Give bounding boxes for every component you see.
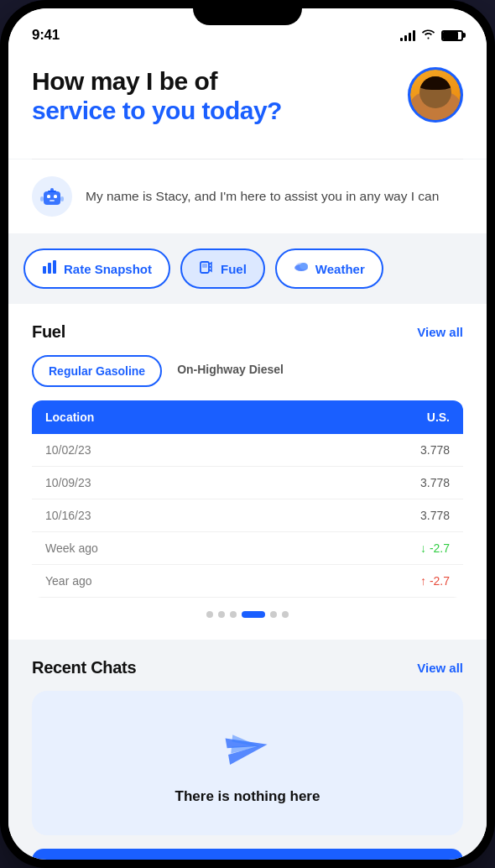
col-location: Location	[32, 400, 284, 434]
greeting-line2: service to you today?	[32, 97, 394, 126]
table-row: 10/09/233.778	[32, 467, 463, 499]
table-cell-date: 10/02/23	[32, 434, 284, 467]
header-top: How may I be of service to you today?	[32, 67, 463, 125]
table-row: Year ago↑-2.7	[32, 565, 463, 598]
dot-4	[242, 611, 265, 618]
svg-rect-10	[53, 260, 56, 274]
arrow-up-icon: ↑	[420, 574, 426, 588]
dots-indicator	[32, 598, 463, 625]
wifi-icon	[421, 29, 435, 42]
phone-frame: 9:41	[0, 0, 495, 868]
notch	[193, 0, 302, 25]
status-icons	[400, 29, 463, 42]
greeting-line1: How may I be of	[32, 67, 394, 97]
header-section: How may I be of service to you today?	[8, 50, 487, 159]
tab-rate-snapshot[interactable]: Rate Snapshot	[23, 248, 170, 289]
table-cell-date: Week ago	[32, 532, 284, 565]
svg-rect-1	[47, 195, 50, 198]
arrow-down-icon: ↓	[420, 541, 426, 555]
fuel-table: Location U.S. 10/02/233.77810/09/233.778…	[32, 400, 463, 598]
table-row: 10/02/233.778	[32, 434, 463, 467]
fuel-table-wrapper: Location U.S. 10/02/233.77810/09/233.778…	[32, 400, 463, 598]
fuel-header: Fuel View all	[32, 322, 463, 342]
chat-empty-card: There is nothing here	[32, 691, 463, 835]
tab-fuel-label: Fuel	[221, 262, 247, 276]
dot-6	[282, 611, 289, 618]
dot-3	[230, 611, 237, 618]
recent-chats-view-all[interactable]: View all	[417, 661, 463, 675]
table-row: Week ago↓-2.7	[32, 532, 463, 565]
fuel-section: Fuel View all Regular Gasoline On-Highwa…	[8, 304, 487, 640]
recent-chats-header: Recent Chats View all	[32, 658, 463, 677]
sub-tab-diesel[interactable]: On-Highway Diesel	[162, 355, 299, 387]
svg-rect-2	[54, 195, 57, 198]
recent-chats-title: Recent Chats	[32, 658, 136, 677]
battery-icon	[441, 30, 463, 41]
svg-point-13	[210, 266, 211, 268]
signal-icon	[400, 30, 415, 41]
table-cell-value: 3.778	[284, 467, 463, 499]
svg-rect-9	[48, 263, 51, 274]
svg-point-16	[300, 263, 308, 269]
svg-rect-12	[202, 264, 207, 268]
dot-5	[270, 611, 277, 618]
avatar-image	[410, 70, 461, 120]
svg-rect-7	[60, 196, 64, 201]
svg-rect-3	[50, 200, 55, 201]
status-time: 9:41	[32, 27, 60, 44]
bot-icon	[32, 176, 72, 217]
svg-rect-6	[40, 196, 44, 201]
robot-svg	[39, 183, 65, 210]
avatar[interactable]	[408, 67, 463, 123]
tab-rate-snapshot-label: Rate Snapshot	[64, 262, 152, 276]
fuel-icon	[199, 259, 214, 278]
tabs-section: Rate Snapshot Fuel	[8, 233, 487, 304]
content-area[interactable]: How may I be of service to you today?	[8, 50, 487, 860]
send-icon	[221, 721, 274, 775]
table-cell-value: 3.778	[284, 434, 463, 467]
svg-rect-5	[48, 191, 56, 192]
assistant-message: My name is Stacy, and I'm here to assist…	[86, 186, 439, 206]
greeting-text: How may I be of service to you today?	[32, 67, 408, 125]
recent-chats-section: Recent Chats View all There is nothing h…	[8, 640, 487, 860]
col-us: U.S.	[284, 400, 463, 434]
rate-snapshot-icon	[42, 259, 57, 278]
tab-weather-label: Weather	[315, 262, 365, 276]
table-cell-value: 3.778	[284, 499, 463, 532]
dot-1	[206, 611, 213, 618]
table-cell-value: ↑-2.7	[284, 565, 463, 598]
fuel-view-all[interactable]: View all	[417, 325, 463, 339]
assistant-section: My name is Stacy, and I'm here to assist…	[8, 159, 487, 233]
empty-text: There is nothing here	[175, 788, 320, 805]
tab-weather[interactable]: Weather	[275, 248, 383, 289]
fuel-title: Fuel	[32, 322, 65, 342]
table-cell-date: Year ago	[32, 565, 284, 598]
table-row: 10/16/233.778	[32, 499, 463, 532]
svg-rect-8	[43, 266, 46, 274]
table-cell-value: ↓-2.7	[284, 532, 463, 565]
table-cell-date: 10/09/23	[32, 467, 284, 499]
table-cell-date: 10/16/23	[32, 499, 284, 532]
start-chat-button[interactable]: Start a chat	[32, 849, 463, 860]
tab-fuel[interactable]: Fuel	[180, 248, 265, 289]
svg-rect-0	[44, 191, 60, 205]
weather-icon	[294, 259, 309, 278]
fuel-sub-tabs: Regular Gasoline On-Highway Diesel	[32, 355, 463, 387]
table-header: Location U.S.	[32, 400, 463, 434]
dot-2	[218, 611, 225, 618]
phone-screen: 9:41	[8, 8, 487, 860]
sub-tab-regular[interactable]: Regular Gasoline	[32, 355, 162, 387]
